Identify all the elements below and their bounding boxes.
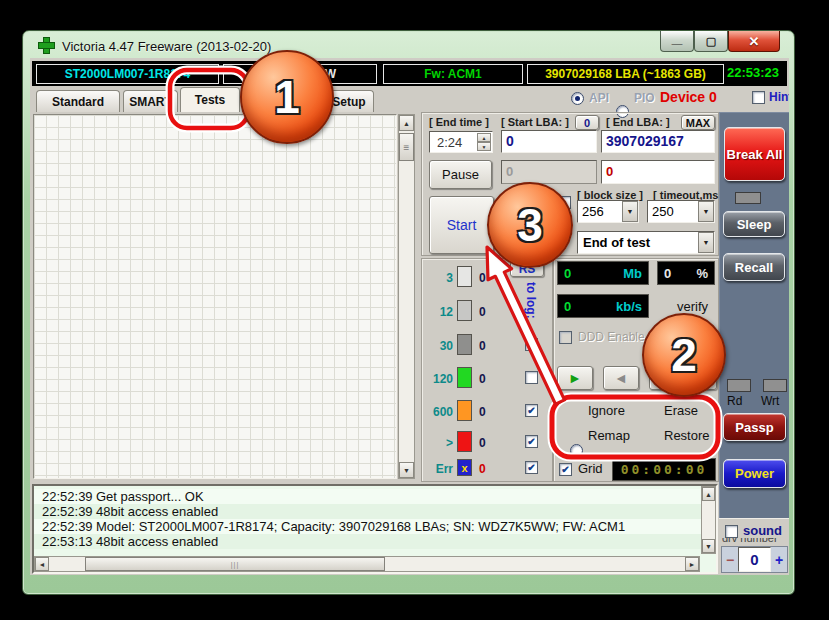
minimize-button[interactable]: — bbox=[660, 31, 694, 52]
time-spin-up[interactable]: ▲ bbox=[477, 133, 491, 142]
log-scroll-left[interactable]: ◄ bbox=[35, 557, 49, 571]
tab-smart[interactable]: SMART bbox=[123, 90, 178, 112]
legend-swatch-120 bbox=[457, 367, 472, 388]
start-button[interactable]: Start bbox=[429, 196, 494, 254]
hints-checkbox[interactable] bbox=[752, 91, 765, 104]
end-lba-label: [ End LBA: ] bbox=[606, 116, 670, 128]
legend-swatch-err: x bbox=[457, 459, 472, 476]
legend-swatch-12 bbox=[457, 300, 472, 321]
check-icon: ✔ bbox=[561, 464, 569, 475]
tab-label: Setup bbox=[332, 95, 365, 109]
power-button[interactable]: Power bbox=[723, 459, 786, 488]
grid-checkbox[interactable]: ✔ bbox=[559, 463, 572, 476]
sleep-button[interactable]: Sleep bbox=[723, 211, 785, 237]
legend-count: 0 bbox=[479, 405, 486, 419]
start-lba-zero-button[interactable]: 0 bbox=[575, 115, 599, 130]
grid-scrollbar[interactable]: ▲ ≡ ▼ bbox=[398, 114, 415, 479]
log-vscrollbar[interactable]: ▲ ▼ bbox=[701, 486, 716, 554]
power-label: Power bbox=[735, 466, 774, 481]
break-all-button[interactable]: Break All bbox=[724, 127, 785, 181]
end-time-field[interactable]: 2:24 ▲ ▼ bbox=[429, 131, 493, 153]
end-lba-field[interactable]: 3907029167 bbox=[601, 130, 715, 153]
current-lba-field: 0 bbox=[501, 160, 597, 184]
block-size-dropdown[interactable]: 256 ▼ bbox=[577, 200, 639, 223]
end-time-label: [ End time ] bbox=[429, 116, 489, 128]
chevron-down-icon[interactable]: ▼ bbox=[698, 232, 714, 253]
spinner-plus-button[interactable]: + bbox=[771, 547, 787, 572]
drive-model[interactable]: ST2000LM007-1R8174 bbox=[36, 64, 219, 84]
drive-firmware[interactable]: Fw: ACM1 bbox=[383, 64, 523, 84]
play-icon: ► bbox=[568, 370, 582, 386]
to-log-label: to log: bbox=[524, 282, 538, 319]
legend-swatch-30 bbox=[457, 334, 472, 355]
time-spin-down[interactable]: ▼ bbox=[477, 142, 491, 151]
minus-icon: − bbox=[726, 552, 734, 568]
spinner-minus-button[interactable]: − bbox=[722, 547, 738, 572]
end-action-dropdown[interactable]: End of test ▼ bbox=[577, 231, 715, 254]
legend-checkbox-120[interactable] bbox=[525, 371, 538, 384]
maximize-button[interactable]: ▢ bbox=[694, 31, 728, 52]
play-button[interactable]: ► bbox=[557, 366, 593, 390]
scroll-up-button[interactable]: ▲ bbox=[399, 115, 414, 131]
log-scroll-right[interactable]: ► bbox=[685, 557, 699, 571]
legend-checkbox-600[interactable]: ✔ bbox=[525, 404, 538, 417]
recall-button[interactable]: Recall bbox=[723, 253, 785, 281]
scroll-thumb[interactable]: ≡ bbox=[399, 133, 414, 161]
device-number-spinner[interactable]: − 0 + bbox=[721, 546, 788, 573]
log-hscrollbar[interactable]: ◄ ||| ► bbox=[34, 556, 700, 572]
speed-unit: kb/s bbox=[616, 299, 642, 314]
legend-label: Err bbox=[425, 462, 453, 476]
check-icon: ✔ bbox=[527, 462, 535, 473]
legend-label: 600 bbox=[425, 405, 453, 419]
legend-count: 0 bbox=[479, 436, 486, 450]
clipped-device-number-label: drv number bbox=[722, 538, 786, 545]
pause-button[interactable]: Pause bbox=[429, 160, 492, 189]
tab-label: Standard bbox=[52, 95, 104, 109]
window-title: Victoria 4.47 Freeware (2013-02-20) bbox=[62, 39, 271, 54]
sound-checkbox[interactable] bbox=[725, 525, 738, 538]
legend-checkbox-err[interactable]: ✔ bbox=[525, 461, 538, 474]
chevron-down-icon[interactable]: ▼ bbox=[698, 201, 714, 222]
tab-standard[interactable]: Standard bbox=[36, 90, 120, 112]
callout-2-number: 2 bbox=[671, 328, 697, 382]
arrow-left-icon: ◄ bbox=[39, 561, 46, 568]
passp-button[interactable]: Passp bbox=[723, 413, 786, 441]
pio-label: PIO bbox=[634, 91, 655, 105]
passp-label: Passp bbox=[735, 420, 773, 435]
start-lba-field[interactable]: 0 bbox=[501, 130, 597, 153]
max-button[interactable]: MAX bbox=[681, 115, 715, 130]
legend-label: 12 bbox=[425, 305, 453, 319]
dd-arrow: ▼ bbox=[703, 208, 710, 215]
wrt-label: Wrt bbox=[761, 394, 779, 408]
scan-grid[interactable] bbox=[33, 114, 397, 479]
legend-checkbox-30[interactable] bbox=[525, 338, 538, 351]
drive-capacity[interactable]: 3907029168 LBA (~1863 GB) bbox=[527, 64, 724, 84]
arrow-right-icon: ► bbox=[689, 561, 696, 568]
chevron-down-icon[interactable]: ▼ bbox=[622, 201, 638, 222]
error-count-value: 0 bbox=[606, 164, 613, 179]
legend-checkbox-gt[interactable]: ✔ bbox=[525, 435, 538, 448]
clipped-label-text: drv number bbox=[722, 538, 778, 544]
spin-down-icon: ▼ bbox=[482, 144, 487, 150]
erase-label: Erase bbox=[664, 403, 698, 418]
ddd-checkbox[interactable] bbox=[559, 331, 572, 344]
api-radio[interactable] bbox=[571, 92, 584, 105]
pause-button-label: Pause bbox=[442, 167, 479, 182]
error-count-field[interactable]: 0 bbox=[601, 160, 715, 184]
timeout-dropdown[interactable]: 250 ▼ bbox=[647, 200, 715, 223]
rewind-button[interactable]: ◄ bbox=[603, 366, 639, 390]
scroll-down-button[interactable]: ▼ bbox=[399, 462, 414, 478]
tab-tests[interactable]: Tests bbox=[180, 87, 240, 112]
ignore-radio[interactable] bbox=[570, 444, 583, 457]
legend-swatch-3 bbox=[457, 266, 472, 287]
ddd-label: DDD Enable bbox=[578, 330, 645, 344]
close-button[interactable]: ✕ bbox=[728, 31, 780, 52]
log-time: 22:52:39 bbox=[34, 489, 96, 504]
sleep-label: Sleep bbox=[737, 217, 772, 232]
tab-label: SMART bbox=[129, 95, 172, 109]
log-hscroll-thumb[interactable]: ||| bbox=[85, 557, 385, 571]
device-label: Device 0 bbox=[660, 89, 717, 105]
grid-label: Grid bbox=[578, 461, 603, 476]
log-scroll-down[interactable]: ▼ bbox=[702, 539, 715, 553]
log-scroll-up[interactable]: ▲ bbox=[702, 487, 715, 501]
